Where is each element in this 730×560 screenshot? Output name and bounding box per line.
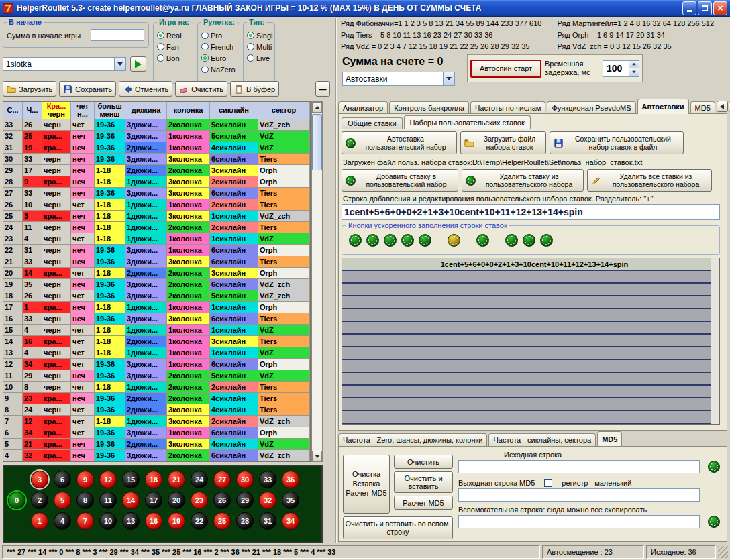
- bet-chip-button[interactable]: [419, 234, 431, 247]
- radio-singl[interactable]: [247, 32, 254, 39]
- undo-button[interactable]: Отменить: [119, 81, 172, 97]
- scroll-down-button[interactable]: [312, 451, 322, 461]
- load-button[interactable]: Загрузить: [3, 81, 56, 97]
- delete-all-bets-button[interactable]: Удалить все ставки из пользовательского …: [587, 169, 712, 192]
- roulette-number-3[interactable]: 3: [31, 471, 48, 488]
- roulette-number-28[interactable]: 28: [236, 512, 254, 530]
- dropdown-button[interactable]: [114, 58, 125, 70]
- radio-option-euro[interactable]: Euro: [201, 52, 238, 64]
- roulette-number-27[interactable]: 27: [213, 471, 231, 488]
- scrollbar-thumb[interactable]: [312, 114, 322, 170]
- tabs-scroll-left-button[interactable]: [717, 101, 728, 112]
- md5-clear-paste-button[interactable]: Очистить и вставить: [394, 471, 453, 493]
- bet-chip-button[interactable]: [505, 234, 518, 247]
- roulette-number-2[interactable]: 2: [31, 492, 48, 509]
- roulette-number-26[interactable]: 26: [213, 492, 231, 509]
- radio-french[interactable]: [201, 43, 209, 50]
- table-row[interactable]: 3326чернчет19-363дюжи...2колонка5сиклайн…: [3, 119, 310, 131]
- radio-multi[interactable]: [247, 43, 254, 50]
- bet-chip-button[interactable]: [540, 234, 553, 247]
- roulette-number-16[interactable]: 16: [145, 512, 162, 530]
- bet-list-row[interactable]: [342, 360, 711, 373]
- delay-value[interactable]: 100: [603, 61, 629, 76]
- radio-bon[interactable]: [157, 54, 164, 62]
- bet-chip-button[interactable]: [384, 234, 397, 247]
- roulette-number-0[interactable]: 0: [8, 492, 25, 509]
- table-row[interactable]: 1234кра...чет19-363дюжи...1колонка6сикла…: [3, 359, 310, 370]
- start-sum-input[interactable]: [91, 29, 144, 41]
- bet-list-row[interactable]: [342, 347, 711, 360]
- radio-option-singl[interactable]: Singl: [247, 30, 273, 41]
- table-row[interactable]: 712кра...чет1-181дюжи...3колонка2сиклайн…: [3, 416, 310, 427]
- radio-option-live[interactable]: Live: [247, 52, 273, 64]
- roulette-number-23[interactable]: 23: [191, 492, 208, 509]
- table-row[interactable]: 2917черннеч1-182дюжи...2колонка3сиклайнO…: [3, 165, 310, 176]
- roulette-number-1[interactable]: 1: [31, 512, 48, 530]
- roulette-number-19[interactable]: 19: [168, 512, 185, 530]
- md5-clear-paste-aux-button[interactable]: Очистить и вставить во вспом. строку: [343, 516, 453, 539]
- output-string-input[interactable]: [458, 488, 700, 502]
- tab-частота-сиклайны-сектора[interactable]: Частота - сиклайны, сектора: [488, 433, 596, 446]
- bet-list-row[interactable]: [342, 309, 711, 322]
- table-row[interactable]: 432кра...неч19-363дюжи...2колонка6сиклай…: [3, 450, 310, 461]
- bet-list-row[interactable]: [342, 296, 711, 309]
- roulette-number-22[interactable]: 22: [191, 512, 208, 530]
- bet-list-row[interactable]: [342, 335, 711, 347]
- bet-list-row[interactable]: [342, 322, 711, 335]
- roulette-number-5[interactable]: 5: [54, 492, 71, 509]
- roulette-number-4[interactable]: 4: [54, 512, 71, 530]
- roulette-number-25[interactable]: 25: [213, 512, 231, 530]
- bet-list-scrollbar[interactable]: [711, 258, 719, 424]
- roulette-number-20[interactable]: 20: [168, 492, 185, 509]
- spin-down-button[interactable]: [629, 68, 639, 76]
- tab-контроль-банкролла[interactable]: Контроль банкролла: [389, 101, 469, 114]
- close-button[interactable]: ×: [713, 1, 727, 15]
- tab-частоты-по-числам[interactable]: Частоты по числам: [470, 101, 545, 114]
- roulette-number-30[interactable]: 30: [236, 471, 254, 488]
- bet-list-row[interactable]: [342, 386, 711, 398]
- radio-fan[interactable]: [157, 43, 164, 50]
- roulette-number-35[interactable]: 35: [282, 492, 299, 509]
- roulette-number-15[interactable]: 15: [122, 471, 140, 488]
- to-buffer-button[interactable]: В буфер: [230, 81, 279, 97]
- bet-chip-button[interactable]: [349, 234, 362, 247]
- bet-list-row[interactable]: [342, 373, 711, 386]
- table-row[interactable]: 1633черннеч19-363дюжи...3колонка6сиклайн…: [3, 313, 310, 325]
- table-row[interactable]: 1935черннеч19-363дюжи...2колонка6сиклайн…: [3, 279, 310, 290]
- tab-анализатор[interactable]: Анализатор: [338, 101, 388, 114]
- resize-grip[interactable]: [718, 546, 728, 558]
- table-row[interactable]: 253кра...неч1-181дюжи...3колонка1сиклайн…: [3, 211, 310, 222]
- table-row[interactable]: 289кра...неч1-181дюжи...3колонка2сиклайн…: [3, 176, 310, 188]
- table-row[interactable]: 521кра...неч19-362дюжи...3колонка4сиклай…: [3, 439, 310, 450]
- save-button[interactable]: Сохранить: [59, 81, 116, 97]
- table-row[interactable]: 2231черннеч19-363дюжи...1колонка6сиклайн…: [3, 245, 310, 256]
- roulette-number-12[interactable]: 12: [99, 471, 117, 488]
- radio-option-pro[interactable]: Pro: [201, 30, 238, 41]
- table-row[interactable]: 234чернчет1-181дюжи...1колонка1сиклайнVd…: [3, 233, 310, 245]
- table-row[interactable]: 134чернчет1-181дюжи...1колонка1сиклайнVd…: [3, 347, 310, 359]
- bet-list-row[interactable]: [342, 284, 711, 296]
- table-row[interactable]: 1416кра...чет1-182дюжи...1колонка3сиклай…: [3, 336, 310, 347]
- roulette-number-21[interactable]: 21: [168, 471, 185, 488]
- bet-list-row[interactable]: [342, 271, 711, 284]
- radio-option-nazero[interactable]: NaZero: [201, 64, 238, 75]
- slot-select[interactable]: 1slotka: [3, 57, 126, 71]
- spin-up-button[interactable]: [629, 61, 639, 69]
- autobet-user-set-button[interactable]: Автоставка пользовательский набор: [342, 131, 457, 154]
- tab-md5[interactable]: MD5: [690, 101, 715, 114]
- roulette-number-24[interactable]: 24: [191, 471, 208, 488]
- md5-clear-button[interactable]: Очистить: [394, 455, 453, 469]
- minimize-button[interactable]: [682, 1, 696, 15]
- radio-live[interactable]: [247, 54, 254, 62]
- md5-clear-paste-calc-button[interactable]: Очистка Вставка Расчет MD5: [343, 455, 390, 514]
- maximize-button[interactable]: [698, 1, 712, 15]
- radio-nazero[interactable]: [201, 66, 209, 73]
- bet-chip-button[interactable]: [401, 234, 414, 247]
- table-row[interactable]: 154чернчет1-181дюжи...1колонка1сиклайнVd…: [3, 325, 310, 336]
- table-scrollbar[interactable]: [311, 101, 323, 462]
- delay-spinner[interactable]: 100: [603, 60, 639, 77]
- table-row[interactable]: 923кра...неч19-362дюжи...2колонка4сиклай…: [3, 393, 310, 404]
- bet-string-input[interactable]: [342, 204, 720, 220]
- load-bet-file-button[interactable]: Загрузить файл набора ставок: [460, 131, 546, 154]
- scrollbar-track[interactable]: [312, 113, 322, 451]
